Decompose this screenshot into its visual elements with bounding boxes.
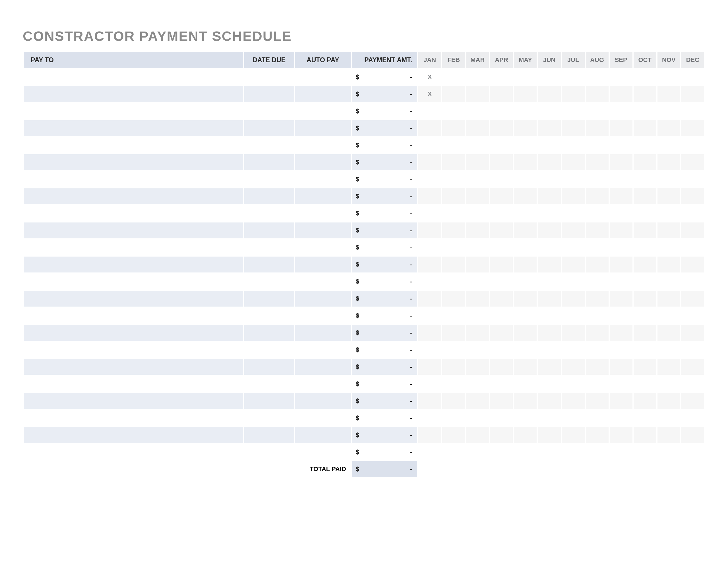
cell-month[interactable] — [490, 290, 513, 306]
cell-date-due[interactable] — [244, 69, 294, 85]
cell-month[interactable] — [610, 188, 632, 204]
cell-auto-pay[interactable] — [295, 257, 351, 273]
cell-payment-amt[interactable]: $- — [352, 274, 417, 289]
cell-month[interactable] — [562, 69, 585, 85]
cell-date-due[interactable] — [244, 359, 294, 375]
cell-month[interactable] — [514, 290, 537, 306]
cell-auto-pay[interactable] — [295, 154, 351, 170]
cell-month[interactable] — [418, 427, 441, 443]
cell-date-due[interactable] — [244, 393, 294, 409]
cell-month[interactable] — [514, 154, 537, 170]
cell-month[interactable] — [681, 308, 704, 323]
cell-payment-amt[interactable]: $- — [352, 427, 417, 443]
cell-month[interactable] — [538, 274, 561, 289]
cell-month[interactable] — [610, 393, 632, 409]
cell-month[interactable] — [657, 69, 680, 85]
cell-month[interactable] — [562, 86, 585, 102]
cell-month[interactable] — [466, 154, 489, 170]
cell-month[interactable] — [681, 427, 704, 443]
cell-month[interactable] — [610, 154, 632, 170]
cell-month[interactable] — [442, 223, 465, 239]
cell-month[interactable] — [490, 103, 513, 119]
cell-month[interactable] — [490, 393, 513, 409]
cell-month[interactable] — [586, 103, 609, 119]
cell-month[interactable] — [657, 393, 680, 409]
cell-auto-pay[interactable] — [295, 171, 351, 187]
cell-month[interactable] — [586, 376, 609, 392]
cell-payment-amt[interactable]: $- — [352, 257, 417, 273]
cell-month[interactable] — [490, 86, 513, 102]
cell-month[interactable] — [442, 325, 465, 341]
cell-month[interactable] — [514, 410, 537, 426]
cell-month[interactable] — [562, 393, 585, 409]
cell-month[interactable] — [657, 427, 680, 443]
cell-month[interactable] — [562, 376, 585, 392]
cell-month[interactable] — [610, 223, 632, 239]
cell-month[interactable] — [657, 137, 680, 153]
cell-month[interactable] — [538, 86, 561, 102]
cell-month[interactable] — [466, 274, 489, 289]
cell-payment-amt[interactable]: $- — [352, 206, 417, 221]
cell-month[interactable] — [538, 410, 561, 426]
cell-month[interactable] — [586, 137, 609, 153]
cell-month[interactable] — [466, 86, 489, 102]
cell-month[interactable] — [634, 86, 656, 102]
cell-month[interactable] — [466, 427, 489, 443]
cell-month[interactable] — [634, 274, 656, 289]
cell-month[interactable] — [681, 120, 704, 136]
cell-month[interactable]: X — [418, 86, 441, 102]
cell-month[interactable] — [657, 410, 680, 426]
cell-month[interactable] — [610, 171, 632, 187]
cell-month[interactable] — [586, 206, 609, 221]
cell-auto-pay[interactable] — [295, 410, 351, 426]
cell-month[interactable] — [418, 103, 441, 119]
cell-month[interactable] — [442, 393, 465, 409]
cell-auto-pay[interactable] — [295, 206, 351, 221]
cell-month[interactable] — [418, 308, 441, 323]
cell-month[interactable] — [466, 410, 489, 426]
cell-payment-amt[interactable]: $- — [352, 154, 417, 170]
cell-month[interactable] — [634, 410, 656, 426]
cell-pay-to[interactable] — [24, 444, 243, 460]
cell-month[interactable] — [681, 290, 704, 306]
cell-month[interactable] — [514, 171, 537, 187]
cell-month[interactable] — [466, 325, 489, 341]
cell-month[interactable] — [657, 359, 680, 375]
cell-payment-amt[interactable]: $- — [352, 325, 417, 341]
cell-month[interactable] — [514, 427, 537, 443]
cell-month[interactable] — [657, 103, 680, 119]
cell-month[interactable] — [418, 120, 441, 136]
cell-month[interactable] — [466, 376, 489, 392]
cell-month[interactable] — [490, 274, 513, 289]
cell-payment-amt[interactable]: $- — [352, 393, 417, 409]
cell-month[interactable] — [681, 359, 704, 375]
cell-month[interactable] — [562, 223, 585, 239]
cell-pay-to[interactable] — [24, 427, 243, 443]
cell-month[interactable] — [610, 240, 632, 256]
cell-payment-amt[interactable]: $- — [352, 120, 417, 136]
cell-month[interactable] — [442, 427, 465, 443]
cell-month[interactable] — [490, 120, 513, 136]
cell-month[interactable] — [634, 240, 656, 256]
cell-month[interactable] — [418, 154, 441, 170]
cell-month[interactable] — [634, 69, 656, 85]
cell-month[interactable] — [490, 171, 513, 187]
cell-month[interactable] — [466, 188, 489, 204]
cell-month[interactable] — [562, 103, 585, 119]
cell-month[interactable] — [610, 325, 632, 341]
cell-month[interactable] — [538, 120, 561, 136]
cell-month[interactable] — [418, 325, 441, 341]
cell-month[interactable] — [538, 359, 561, 375]
cell-month[interactable] — [562, 154, 585, 170]
cell-date-due[interactable] — [244, 342, 294, 358]
cell-month[interactable] — [562, 120, 585, 136]
cell-month[interactable] — [466, 342, 489, 358]
cell-month[interactable] — [490, 223, 513, 239]
cell-month[interactable] — [514, 444, 537, 460]
cell-payment-amt[interactable]: $- — [352, 444, 417, 460]
cell-month[interactable] — [586, 240, 609, 256]
cell-month[interactable] — [418, 359, 441, 375]
cell-month[interactable] — [538, 171, 561, 187]
cell-month[interactable] — [657, 308, 680, 323]
cell-month[interactable] — [657, 290, 680, 306]
